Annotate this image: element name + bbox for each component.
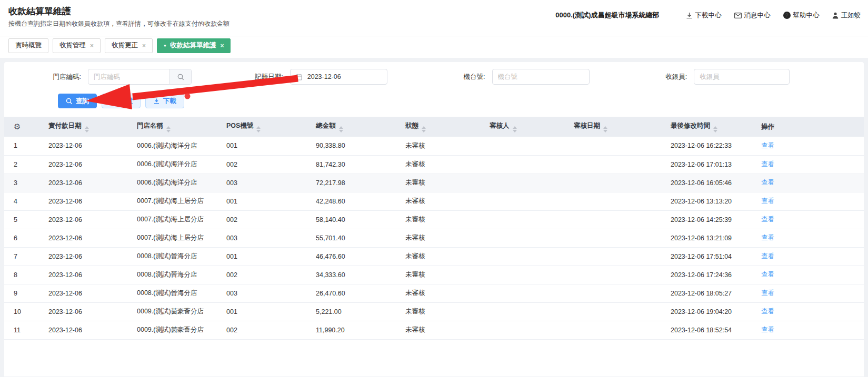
table-cell-amount: 42,248.60	[316, 192, 405, 210]
search-icon	[177, 74, 184, 80]
download-icon	[153, 98, 160, 105]
table-cell-modified: 2023-12-06 17:51:04	[671, 247, 761, 266]
table-row: 12023-12-060006.(測試)海洋分店00190,338.80未審核2…	[4, 137, 864, 155]
table-cell-modified: 2023-12-06 13:21:09	[671, 229, 761, 247]
sort-icon[interactable]	[713, 126, 717, 133]
page-title: 收款結算單維護	[8, 5, 230, 18]
table-cell-status: 未審核	[405, 174, 490, 192]
column-header: 門店名稱	[137, 117, 226, 137]
sort-icon[interactable]	[422, 126, 426, 133]
download-center-link[interactable]: 下載中心	[686, 11, 722, 20]
table-cell-store: 0007.(測試)海上居分店	[137, 229, 226, 247]
view-link[interactable]: 查看	[761, 142, 774, 149]
store-search-button[interactable]	[169, 69, 191, 84]
pos-no-label: 機台號:	[439, 73, 485, 81]
table-cell-store: 0008.(測試)晉海分店	[137, 266, 226, 284]
tab-receiving-correction[interactable]: 收貨更正 ×	[105, 38, 153, 53]
settings-gear-icon[interactable]: ⚙	[14, 122, 21, 131]
row-index: 3	[4, 174, 48, 192]
table-cell-modified: 2023-12-06 18:05:27	[671, 284, 761, 302]
view-link[interactable]: 查看	[761, 308, 774, 315]
view-link[interactable]: 查看	[761, 197, 774, 205]
active-dot-icon: ●	[164, 43, 166, 48]
message-center-link[interactable]: 消息中心	[734, 11, 771, 20]
table-cell-pos: 002	[226, 155, 316, 174]
close-icon[interactable]: ×	[142, 42, 146, 49]
table-cell-store: 0009.(測試)茵豪薈分店	[137, 302, 226, 321]
topbar-right: 0000.(測試)成昌超級市場系統總部 下載中心 消息中心 ? 幫助中心 王如蛟	[555, 11, 861, 20]
row-index: 9	[4, 284, 48, 302]
close-icon[interactable]: ×	[90, 42, 94, 49]
top-header: 收款結算單維護 按機台查詢指定日期的收銀員收款項，查看詳情，可修改非在線支付的收…	[0, 0, 868, 36]
table-cell-status: 未審核	[405, 266, 490, 284]
view-link[interactable]: 查看	[761, 160, 774, 168]
store-code-input[interactable]	[88, 69, 169, 84]
view-link[interactable]: 查看	[761, 326, 774, 333]
user-menu[interactable]: 王如蛟	[832, 11, 861, 20]
view-link[interactable]: 查看	[761, 216, 774, 223]
table-cell-auditor	[490, 229, 574, 247]
view-link[interactable]: 查看	[761, 271, 774, 278]
column-header: 實付款日期	[48, 117, 137, 137]
table-row: 32023-12-060006.(測試)海洋分店00372,217.98未審核2…	[4, 174, 864, 192]
tab-realtime-overview[interactable]: 實時概覽	[8, 38, 48, 53]
table-cell-auditor	[490, 174, 574, 192]
table-cell-pay_date: 2023-12-06	[48, 137, 137, 155]
button-row: 查詢 重置 下載	[58, 94, 864, 108]
table-cell-amount: 58,140.40	[316, 210, 405, 229]
filter-row: 門店編碼: 記賬日期: 機台號: 收銀員:	[4, 62, 864, 85]
download-icon	[686, 12, 693, 19]
sort-icon[interactable]	[85, 126, 89, 133]
table-cell-pay_date: 2023-12-06	[48, 210, 137, 229]
table-cell-modified: 2023-12-06 19:04:20	[671, 302, 761, 321]
table-cell-status: 未審核	[405, 229, 490, 247]
view-link[interactable]: 查看	[761, 234, 774, 241]
help-center-link[interactable]: ? 幫助中心	[783, 11, 820, 20]
cashier-label: 收銀員:	[641, 73, 687, 81]
row-index: 5	[4, 210, 48, 229]
table-cell-status: 未審核	[405, 155, 490, 174]
table-cell-modified: 2023-12-06 16:22:33	[671, 137, 761, 155]
sort-icon[interactable]	[513, 126, 517, 133]
settlement-table: ⚙ 實付款日期門店名稱POS機號總金額狀態審核人審核日期最後修改時間操作 120…	[4, 117, 864, 340]
table-cell-pay_date: 2023-12-06	[48, 192, 137, 210]
billing-date-input[interactable]	[302, 69, 387, 84]
view-link[interactable]: 查看	[761, 289, 774, 297]
table-cell-modified: 2023-12-06 17:24:36	[671, 266, 761, 284]
sort-icon[interactable]	[256, 126, 261, 133]
table-cell-auditor	[490, 247, 574, 266]
table-cell-modified: 2023-12-06 18:52:54	[671, 321, 761, 339]
query-button[interactable]: 查詢	[58, 94, 97, 108]
sort-icon[interactable]	[603, 126, 607, 133]
table-cell-store: 0006.(測試)海洋分店	[137, 174, 226, 192]
sort-icon[interactable]	[339, 126, 343, 133]
view-link[interactable]: 查看	[761, 252, 774, 260]
table-cell-auditor	[490, 266, 574, 284]
close-icon[interactable]: ×	[220, 42, 224, 49]
table-cell-store: 0008.(測試)晉海分店	[137, 247, 226, 266]
column-header: 總金額	[316, 117, 405, 137]
row-index: 1	[4, 137, 48, 155]
cashier-input[interactable]	[694, 69, 789, 84]
sort-icon[interactable]	[166, 126, 171, 133]
table-cell-audit_date	[574, 266, 671, 284]
column-header: 審核日期	[574, 117, 671, 137]
refresh-icon	[109, 98, 116, 105]
view-link[interactable]: 查看	[761, 179, 774, 186]
table-row: 42023-12-060007.(測試)海上居分店00142,248.60未審核…	[4, 192, 864, 210]
table-cell-pay_date: 2023-12-06	[48, 284, 137, 302]
download-button[interactable]: 下載	[145, 94, 184, 108]
column-header: 操作	[761, 117, 864, 137]
billing-date-label: 記賬日期:	[237, 73, 283, 81]
table-cell-pos: 001	[226, 247, 316, 266]
column-header: POS機號	[226, 117, 316, 137]
tab-settlement-maintenance[interactable]: ● 收款結算單維護 ×	[157, 38, 231, 53]
table-cell-pos: 003	[226, 229, 316, 247]
table-cell-pos: 001	[226, 137, 316, 155]
table-header-row: ⚙ 實付款日期門店名稱POS機號總金額狀態審核人審核日期最後修改時間操作	[4, 117, 864, 137]
tab-receiving-management[interactable]: 收貨管理 ×	[53, 38, 101, 53]
table-cell-amount: 55,701.40	[316, 229, 405, 247]
pos-no-input[interactable]	[493, 69, 589, 84]
reset-button[interactable]: 重置	[102, 94, 141, 108]
table-cell-audit_date	[574, 284, 671, 302]
